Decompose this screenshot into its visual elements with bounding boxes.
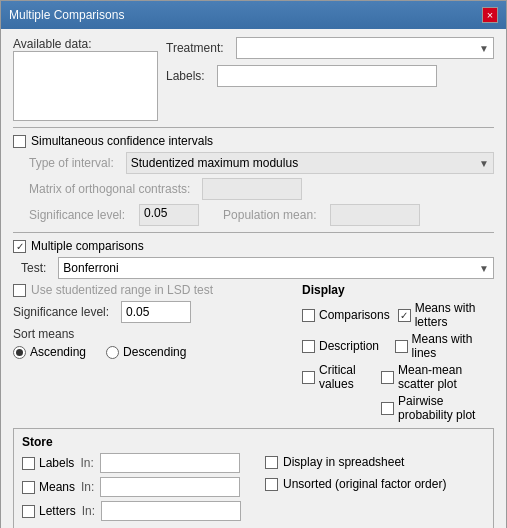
treatment-labels-group: Treatment: ▼ Labels: — [166, 37, 494, 87]
display-spreadsheet-row: Display in spreadsheet — [265, 455, 446, 469]
display-title: Display — [302, 283, 494, 297]
type-interval-label: Type of interval: — [29, 156, 114, 170]
type-interval-value: Studentized maximum modulus — [131, 156, 298, 170]
matrix-label: Matrix of orthogonal contrasts: — [29, 182, 190, 196]
unsorted-label: Unsorted (original factor order) — [283, 477, 446, 491]
simultaneous-ci-row: Simultaneous confidence intervals — [13, 134, 494, 148]
store-section: Store Labels In: Means In: — [13, 428, 494, 528]
treatment-dropdown[interactable]: ▼ — [236, 37, 494, 59]
critical-values-checkbox[interactable] — [302, 371, 315, 384]
available-data-box[interactable] — [13, 51, 158, 121]
ascending-option: Ascending — [13, 345, 86, 359]
close-button[interactable]: × — [482, 7, 498, 23]
ascending-radio[interactable] — [13, 346, 26, 359]
store-means-row: Means In: — [22, 477, 241, 497]
sig-level-main-input[interactable] — [121, 301, 191, 323]
available-data-label: Available data: — [13, 37, 152, 51]
means-lines-label: Means with lines — [412, 332, 494, 360]
store-letters-row: Letters In: — [22, 501, 241, 521]
right-panel: Display Comparisons Means with letters — [294, 283, 494, 422]
store-left: Labels In: Means In: Letters In: — [22, 453, 241, 525]
display-row-4: Pairwise probability plot — [302, 394, 494, 422]
store-letters-label: Letters — [39, 504, 76, 518]
store-means-in: In: — [81, 480, 94, 494]
display-spreadsheet-label: Display in spreadsheet — [283, 455, 404, 469]
store-title: Store — [22, 435, 485, 449]
pairwise-prob-option: Pairwise probability plot — [381, 394, 494, 422]
store-content: Labels In: Means In: Letters In: — [22, 453, 485, 525]
type-interval-row: Type of interval: Studentized maximum mo… — [29, 152, 494, 174]
store-labels-checkbox[interactable] — [22, 457, 35, 470]
labels-input[interactable] — [217, 65, 437, 87]
display-checkboxes: Comparisons Means with letters Descripti… — [302, 301, 494, 422]
dialog-title: Multiple Comparisons — [9, 8, 124, 22]
means-letters-label: Means with letters — [415, 301, 494, 329]
sig-level-main-label: Significance level: — [13, 305, 109, 319]
matrix-row: Matrix of orthogonal contrasts: — [29, 178, 494, 200]
sort-row: Ascending Descending — [13, 345, 294, 359]
studentized-checkbox[interactable] — [13, 284, 26, 297]
left-panel: Use studentized range in LSD test Signif… — [13, 283, 294, 422]
ascending-label: Ascending — [30, 345, 86, 359]
store-means-input[interactable] — [100, 477, 240, 497]
critical-values-label: Critical values — [319, 363, 373, 391]
critical-values-option: Critical values — [302, 363, 373, 391]
studentized-row: Use studentized range in LSD test — [13, 283, 294, 297]
store-labels-label: Labels — [39, 456, 74, 470]
store-letters-in: In: — [82, 504, 95, 518]
sig-level-main-row: Significance level: — [13, 301, 294, 323]
simultaneous-ci-checkbox[interactable] — [13, 135, 26, 148]
store-means-label: Means — [39, 480, 75, 494]
pop-mean-label: Population mean: — [223, 208, 316, 222]
pairwise-prob-label: Pairwise probability plot — [398, 394, 494, 422]
sig-level-top-value: 0.05 — [144, 206, 167, 220]
simultaneous-ci-label: Simultaneous confidence intervals — [31, 134, 213, 148]
type-interval-dropdown: Studentized maximum modulus ▼ — [126, 152, 494, 174]
matrix-input — [202, 178, 302, 200]
description-checkbox[interactable] — [302, 340, 315, 353]
pairwise-prob-checkbox[interactable] — [381, 402, 394, 415]
available-data-group: Available data: — [13, 37, 158, 121]
mean-mean-scatter-label: Mean-mean scatter plot — [398, 363, 494, 391]
divider-2 — [13, 232, 494, 233]
type-interval-arrow: ▼ — [479, 158, 489, 169]
descending-label: Descending — [123, 345, 186, 359]
divider-1 — [13, 127, 494, 128]
test-dropdown-arrow: ▼ — [479, 263, 489, 274]
multiple-comparisons-label: Multiple comparisons — [31, 239, 144, 253]
mean-mean-scatter-option: Mean-mean scatter plot — [381, 363, 494, 391]
store-letters-input[interactable] — [101, 501, 241, 521]
means-lines-option: Means with lines — [395, 332, 494, 360]
test-dropdown[interactable]: Bonferroni ▼ — [58, 257, 494, 279]
main-content: Use studentized range in LSD test Signif… — [13, 283, 494, 422]
test-label: Test: — [21, 261, 46, 275]
mean-mean-scatter-checkbox[interactable] — [381, 371, 394, 384]
labels-label: Labels: — [166, 69, 205, 83]
studentized-label: Use studentized range in LSD test — [31, 283, 213, 297]
display-row-1: Comparisons Means with letters — [302, 301, 494, 329]
store-letters-checkbox[interactable] — [22, 505, 35, 518]
pop-mean-input — [330, 204, 420, 226]
multiple-comparisons-checkbox[interactable] — [13, 240, 26, 253]
treatment-label: Treatment: — [166, 41, 224, 55]
comparisons-checkbox[interactable] — [302, 309, 315, 322]
descending-radio[interactable] — [106, 346, 119, 359]
test-value: Bonferroni — [63, 261, 118, 275]
descending-option: Descending — [106, 345, 186, 359]
store-labels-in: In: — [80, 456, 93, 470]
multiple-comparisons-row: Multiple comparisons — [13, 239, 494, 253]
store-labels-input[interactable] — [100, 453, 240, 473]
sig-level-top-label: Significance level: — [29, 208, 125, 222]
store-means-checkbox[interactable] — [22, 481, 35, 494]
display-spreadsheet-checkbox[interactable] — [265, 456, 278, 469]
means-lines-checkbox[interactable] — [395, 340, 408, 353]
unsorted-checkbox[interactable] — [265, 478, 278, 491]
comparisons-label: Comparisons — [319, 308, 390, 322]
means-letters-checkbox[interactable] — [398, 309, 411, 322]
labels-row: Labels: — [166, 65, 494, 87]
title-bar: Multiple Comparisons × — [1, 1, 506, 29]
store-right: Display in spreadsheet Unsorted (origina… — [265, 453, 446, 525]
sig-pop-row: Significance level: 0.05 Population mean… — [29, 204, 494, 226]
unsorted-row: Unsorted (original factor order) — [265, 477, 446, 491]
means-letters-option: Means with letters — [398, 301, 494, 329]
